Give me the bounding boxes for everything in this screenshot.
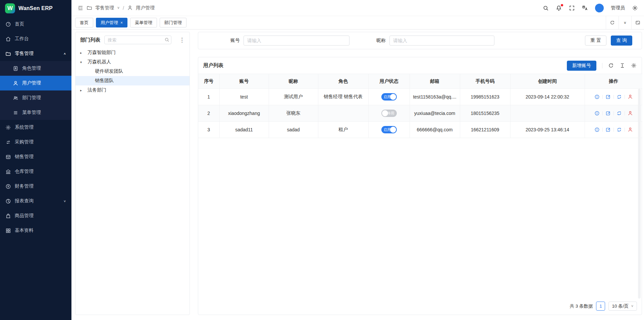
tree-node-wansen-robot[interactable]: ▾ 万森机器人 xyxy=(75,57,190,67)
user-name[interactable]: 管理员 xyxy=(611,5,625,11)
register-icon xyxy=(5,154,11,160)
sidebar-item-basic-data[interactable]: 基本资料 xyxy=(0,223,71,238)
app-logo[interactable]: W WanSen ERP xyxy=(0,0,71,17)
sidebar-item-home[interactable]: 首页 xyxy=(0,17,71,31)
tab-home[interactable]: 首页 xyxy=(75,18,93,27)
tab-menu-dropdown[interactable]: ∨ xyxy=(619,16,631,29)
tree-node-wansen-smart[interactable]: ▸ 万森智能部门 xyxy=(75,48,190,57)
sidebar-item-goods-mgmt[interactable]: 商品管理 xyxy=(0,208,71,223)
add-account-button[interactable]: 新增账号 xyxy=(567,61,596,71)
department-panel-title: 部门列表 xyxy=(80,37,100,43)
breadcrumb-page: 用户管理 xyxy=(136,5,155,11)
detail-button[interactable] xyxy=(594,111,600,116)
home-icon xyxy=(5,36,11,42)
sidebar-item-role-mgmt[interactable]: 角色管理 xyxy=(0,61,71,76)
page-size-select[interactable]: 10 条/页 ∨ xyxy=(608,302,637,311)
tree-node-sales-team[interactable]: 销售团队 xyxy=(75,76,190,85)
action-divider xyxy=(613,95,614,99)
tab-label: 用户管理 xyxy=(101,20,118,26)
search-icon[interactable] xyxy=(164,37,169,42)
chevron-down-icon[interactable]: ∨ xyxy=(117,6,120,10)
reset-button[interactable]: 重 置 xyxy=(585,36,606,46)
status-toggle[interactable]: 启用 xyxy=(381,126,397,133)
user-avatar[interactable] xyxy=(595,4,604,12)
sidebar-item-menu-mgmt[interactable]: 菜单管理 xyxy=(0,105,71,120)
tree-node-legal-dept[interactable]: ▸ 法务部门 xyxy=(75,85,190,95)
cell-status: 启用 xyxy=(368,122,410,138)
sidebar-item-workbench[interactable]: 工作台 xyxy=(0,31,71,46)
search-button[interactable]: 查 询 xyxy=(611,36,632,46)
settings-button[interactable] xyxy=(632,5,638,11)
language-button[interactable] xyxy=(582,5,588,11)
row-height-icon[interactable] xyxy=(620,63,625,68)
sidebar-item-user-mgmt[interactable]: 用户管理 xyxy=(0,76,71,90)
detail-button[interactable] xyxy=(594,94,600,100)
account-label: 账号 xyxy=(230,38,240,44)
collapse-sidebar-button[interactable] xyxy=(77,5,84,11)
unassign-user-button[interactable] xyxy=(628,127,633,132)
cell-roles: 销售经理 销售代表 xyxy=(318,89,368,105)
reset-password-button[interactable] xyxy=(616,127,622,132)
cell-index: 3 xyxy=(198,122,219,138)
search-button[interactable] xyxy=(543,5,549,11)
department-search-input[interactable] xyxy=(104,36,171,44)
column-settings-icon[interactable] xyxy=(631,63,637,68)
detail-button[interactable] xyxy=(594,127,600,132)
cell-account: test xyxy=(219,89,269,105)
tab-dept-mgmt[interactable]: 部门管理 xyxy=(160,18,186,27)
form-actions: 重 置 查 询 xyxy=(585,36,632,46)
table-row: 3 sadad11 sadad 租户 启用 666666@qq.com 1662… xyxy=(198,122,642,138)
fullscreen-button[interactable] xyxy=(569,5,575,11)
edit-button[interactable] xyxy=(605,127,611,132)
department-search xyxy=(104,36,171,44)
unassign-user-button[interactable] xyxy=(628,111,633,116)
edit-button[interactable] xyxy=(605,94,611,100)
refresh-icon xyxy=(610,20,615,25)
sidebar-item-finance-mgmt[interactable]: 财务管理 xyxy=(0,179,71,194)
tab-user-mgmt[interactable]: 用户管理 × xyxy=(96,18,127,27)
table-row: 2 xiaodongzhang 张晓东 停用 yuxiuaa@tecia.com… xyxy=(198,105,642,122)
action-divider xyxy=(625,95,625,99)
status-toggle[interactable]: 停用 xyxy=(381,110,397,117)
content-fullscreen-button[interactable] xyxy=(631,16,644,29)
user-remove-icon xyxy=(628,111,633,116)
breadcrumb-menu[interactable]: 零售管理 xyxy=(95,5,114,11)
sidebar-item-warehouse-mgmt[interactable]: 仓库管理 xyxy=(0,164,71,179)
sidebar-item-label: 角色管理 xyxy=(22,65,41,71)
sidebar-submenu-retail: 角色管理 用户管理 部门管理 菜单管理 xyxy=(0,61,71,120)
tree-collapsed-icon[interactable]: ▸ xyxy=(80,88,88,92)
status-toggle[interactable]: 启用 xyxy=(381,93,397,101)
page-button-1[interactable]: 1 xyxy=(596,302,605,311)
refresh-page-button[interactable] xyxy=(606,16,619,29)
notifications-button[interactable] xyxy=(556,5,562,11)
edit-button[interactable] xyxy=(605,111,611,116)
cell-actions xyxy=(585,122,642,138)
sidebar-group-reports[interactable]: 报表查询 ∨ xyxy=(0,194,71,208)
sidebar-item-system-mgmt[interactable]: 系统管理 xyxy=(0,120,71,135)
more-options-icon[interactable]: ⋮ xyxy=(178,37,185,43)
sidebar-item-label: 部门管理 xyxy=(22,95,41,101)
chevron-up-icon: ∧ xyxy=(63,52,66,55)
sidebar-item-dept-mgmt[interactable]: 部门管理 xyxy=(0,90,71,105)
cell-status: 启用 xyxy=(368,89,410,105)
tree-collapsed-icon[interactable]: ▸ xyxy=(80,51,88,55)
sidebar-item-procurement-mgmt[interactable]: 采购管理 xyxy=(0,135,71,149)
nickname-input[interactable] xyxy=(389,36,494,46)
cell-email: 666666@qq.com xyxy=(410,122,460,138)
sidebar-group-retail[interactable]: 零售管理 ∧ xyxy=(0,46,71,61)
account-input[interactable] xyxy=(244,36,350,46)
reset-password-button[interactable] xyxy=(616,94,622,100)
refresh-icon[interactable] xyxy=(608,63,614,68)
table-scrollbar[interactable] xyxy=(638,89,641,299)
sidebar-item-sales-mgmt[interactable]: 销售管理 xyxy=(0,149,71,164)
reset-password-button[interactable] xyxy=(616,111,622,116)
tree-node-hardware-team[interactable]: 硬件研发团队 xyxy=(75,67,190,76)
tree-expanded-icon[interactable]: ▾ xyxy=(80,60,88,64)
cell-account: sadad11 xyxy=(219,122,269,138)
user-list-card: 用户列表 新增账号 序号 账号 昵称 角色 用户状态 邮箱 xyxy=(198,57,642,315)
tab-menu-mgmt[interactable]: 菜单管理 xyxy=(130,18,157,27)
pie-chart-icon xyxy=(5,198,11,204)
close-icon[interactable]: × xyxy=(120,21,123,25)
sidebar-item-label: 工作台 xyxy=(15,36,29,42)
unassign-user-button[interactable] xyxy=(628,94,633,100)
